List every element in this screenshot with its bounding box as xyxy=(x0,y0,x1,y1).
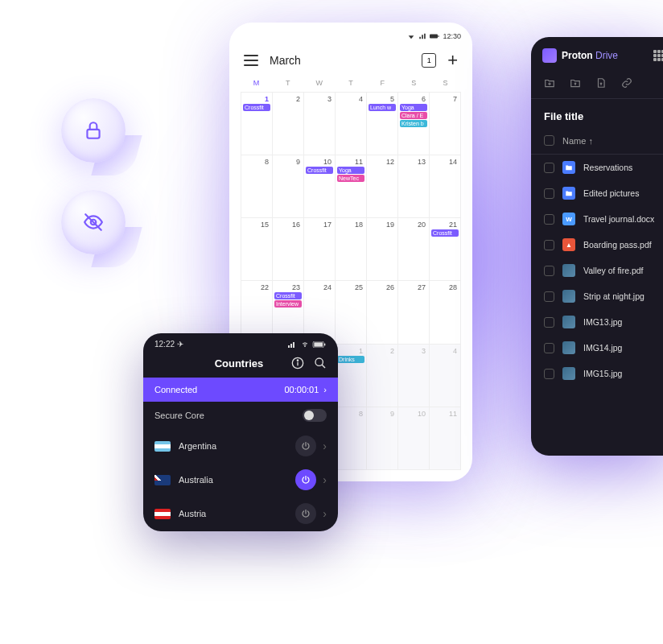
calendar-cell[interactable]: 16 xyxy=(273,218,304,281)
calendar-cell[interactable]: 4 xyxy=(430,345,461,407)
select-all-checkbox[interactable] xyxy=(544,135,554,146)
day-number: 8 xyxy=(243,158,270,166)
secure-core-toggle[interactable] xyxy=(303,409,327,422)
calendar-cell[interactable]: 1Drinks xyxy=(336,345,367,407)
new-folder-icon[interactable] xyxy=(544,77,555,89)
calendar-cell[interactable]: 20 xyxy=(398,218,430,281)
vpn-title: Countries xyxy=(187,357,291,369)
calendar-event[interactable]: Lunch w xyxy=(369,104,396,111)
calendar-cell[interactable]: 10Crossfit xyxy=(304,155,336,218)
signal-icon xyxy=(288,341,298,348)
calendar-cell[interactable]: 13 xyxy=(398,155,430,218)
menu-button[interactable] xyxy=(244,55,258,66)
file-row[interactable]: Reservations xyxy=(531,155,663,180)
calendar-event[interactable]: Clara / E xyxy=(400,112,427,119)
file-row[interactable]: IMG13.jpg xyxy=(531,309,663,335)
calendar-cell[interactable]: 6YogaClara / EKristen b xyxy=(398,93,430,155)
drive-toolbar xyxy=(531,71,663,99)
calendar-event[interactable]: Yoga xyxy=(337,167,364,174)
vpn-country-row[interactable]: Argentina › xyxy=(143,429,338,463)
calendar-event[interactable]: NewTec xyxy=(337,175,364,182)
file-row[interactable]: Edited pictures xyxy=(531,180,663,206)
svg-point-14 xyxy=(297,360,298,361)
day-number: 23 xyxy=(274,283,302,291)
calendar-cell[interactable]: 9 xyxy=(367,407,398,470)
calendar-cell[interactable]: 3 xyxy=(398,345,430,407)
drive-logo-icon xyxy=(542,48,557,63)
file-row[interactable]: IMG15.jpg xyxy=(531,361,663,386)
upload-folder-icon[interactable] xyxy=(570,77,581,89)
power-button[interactable] xyxy=(295,503,316,524)
calendar-event[interactable]: Crossfit xyxy=(243,104,270,111)
calendar-event[interactable]: Yoga xyxy=(400,104,427,111)
calendar-cell[interactable]: 21Crossfit xyxy=(430,218,461,281)
add-event-button[interactable]: + xyxy=(447,52,458,69)
file-row[interactable]: ▲ Boarding pass.pdf xyxy=(531,232,663,258)
calendar-cell[interactable]: 19 xyxy=(367,218,398,281)
calendar-event[interactable]: Crossfit xyxy=(431,229,459,237)
calendar-cell[interactable]: 27 xyxy=(398,281,430,344)
calendar-event[interactable]: Drinks xyxy=(337,356,364,363)
calendar-cell[interactable]: 9 xyxy=(273,155,304,218)
calendar-cell[interactable]: 25 xyxy=(336,281,367,344)
file-checkbox[interactable] xyxy=(544,291,554,302)
file-checkbox[interactable] xyxy=(544,240,554,250)
link-icon[interactable] xyxy=(621,77,632,89)
calendar-event[interactable]: Crossfit xyxy=(306,167,333,174)
power-button[interactable] xyxy=(295,436,316,456)
calendar-event[interactable]: Interview xyxy=(274,300,302,308)
vpn-app: 12:22 ✈ Countries Connected 00:00:01 › S… xyxy=(143,333,338,531)
calendar-cell[interactable]: 8 xyxy=(336,407,367,470)
calendar-cell[interactable]: 8 xyxy=(241,155,273,218)
file-checkbox[interactable] xyxy=(544,163,554,173)
file-row[interactable]: Strip at night.jpg xyxy=(531,283,663,309)
search-icon[interactable] xyxy=(314,357,327,369)
vpn-connected-banner[interactable]: Connected 00:00:01 › xyxy=(143,378,338,402)
file-row[interactable]: IMG14.jpg xyxy=(531,335,663,361)
calendar-cell[interactable]: 7 xyxy=(430,93,461,155)
calendar-cell[interactable]: 11YogaNewTec xyxy=(336,155,367,218)
calendar-cell[interactable]: 12 xyxy=(367,155,398,218)
file-checkbox[interactable] xyxy=(544,317,554,328)
vpn-country-row[interactable]: Australia › xyxy=(143,463,338,497)
calendar-cell[interactable]: 14 xyxy=(430,155,461,218)
connected-timer: 00:00:01 xyxy=(285,385,319,394)
calendar-cell[interactable]: 4 xyxy=(336,93,367,155)
apps-menu-button[interactable] xyxy=(653,50,663,61)
calendar-event[interactable]: Crossfit xyxy=(274,292,302,299)
calendar-cell[interactable]: 10 xyxy=(398,407,430,470)
vpn-time: 12:22 xyxy=(154,340,175,349)
calendar-cell[interactable]: 2 xyxy=(273,93,304,155)
calendar-cell[interactable]: 26 xyxy=(367,281,398,344)
drive-column-header[interactable]: Name ↑ xyxy=(531,130,663,155)
file-checkbox[interactable] xyxy=(544,369,554,379)
calendar-cell[interactable]: 5Lunch w xyxy=(367,93,398,155)
file-type-icon xyxy=(562,341,575,354)
info-icon[interactable] xyxy=(291,357,304,369)
file-row[interactable]: W Travel journal.docx xyxy=(531,206,663,232)
calendar-cell[interactable]: 18 xyxy=(336,218,367,281)
svg-point-8 xyxy=(305,345,306,346)
calendar-cell[interactable]: 15 xyxy=(241,218,273,281)
calendar-cell[interactable]: 17 xyxy=(304,218,336,281)
file-checkbox[interactable] xyxy=(544,188,554,199)
file-row[interactable]: Valley of fire.pdf xyxy=(531,258,663,283)
day-names-row: MTWTFSS xyxy=(241,79,461,92)
calendar-event[interactable]: Kristen b xyxy=(400,120,427,127)
calendar-cell[interactable]: 1Crossfit xyxy=(241,93,273,155)
vpn-country-row[interactable]: Austria › xyxy=(143,497,338,530)
file-checkbox[interactable] xyxy=(544,266,554,276)
file-checkbox[interactable] xyxy=(544,343,554,353)
calendar-cell[interactable]: 28 xyxy=(430,281,461,344)
day-number: 21 xyxy=(431,221,459,229)
calendar-cell[interactable]: 3 xyxy=(304,93,336,155)
upload-file-icon[interactable] xyxy=(595,77,607,89)
today-button[interactable]: 1 xyxy=(422,53,436,68)
power-button[interactable] xyxy=(295,469,316,490)
calendar-cell[interactable]: 11 xyxy=(430,407,461,470)
file-checkbox[interactable] xyxy=(544,214,554,225)
brand-drive: Drive xyxy=(595,50,618,61)
svg-rect-4 xyxy=(439,35,439,37)
calendar-cell[interactable]: 2 xyxy=(367,345,398,407)
day-number: 13 xyxy=(400,158,427,166)
